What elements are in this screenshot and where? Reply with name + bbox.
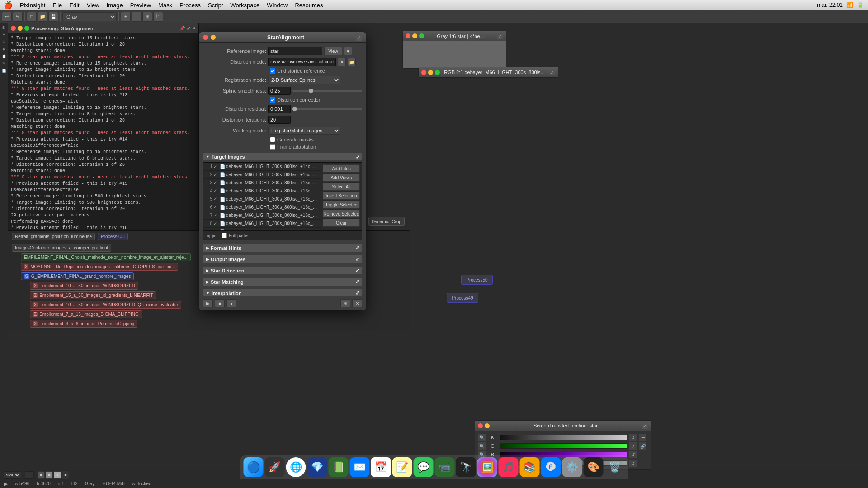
sidebar-icon-5[interactable]: 📋 — [0, 54, 8, 61]
menu-file[interactable]: File — [52, 2, 62, 9]
menu-preview[interactable]: Preview — [130, 2, 151, 9]
workflow-node-sigma-clipping[interactable]: Σ Empilement_7_a_15_images_SIGMA_CLIPPIN… — [30, 310, 142, 318]
menu-edit[interactable]: Edit — [69, 2, 79, 9]
menu-view[interactable]: View — [87, 2, 99, 9]
rgb-win-min[interactable] — [428, 70, 433, 75]
table-row[interactable]: 5 ✓ 📄 debayer_M66_LIGHT_300s_800iso_+16c… — [203, 195, 321, 203]
dock-office[interactable]: 💎 — [307, 457, 327, 477]
sidebar-icon-4[interactable]: ▶ — [0, 47, 8, 53]
sidebar-icon-1[interactable]: ◧ — [0, 25, 8, 32]
dialog-stop-btn[interactable]: ■ — [215, 299, 225, 307]
star-detection-header[interactable]: ▶ Star Detection ⤢ — [203, 267, 362, 274]
format-hints-expand[interactable]: ⤢ — [355, 245, 359, 251]
toolbar-undo[interactable]: ↩ — [2, 12, 12, 22]
undistorted-ref-checkbox[interactable] — [270, 68, 275, 74]
gray-win-expand[interactable]: ⤢ — [497, 33, 503, 39]
dock-colorize[interactable]: 🎨 — [584, 457, 604, 477]
table-row[interactable]: 7 ✓ 📄 debayer_M66_LIGHT_300s_800iso_+16c… — [203, 211, 321, 220]
process50-panel[interactable]: Process50 — [461, 275, 493, 285]
menu-process[interactable]: Process — [179, 2, 201, 9]
distortion-residual-input[interactable] — [268, 105, 291, 113]
table-row[interactable]: 8 ✓ 📄 debayer_M66_LIGHT_300s_800iso_+16c… — [203, 220, 321, 228]
dock-system-prefs[interactable]: ⚙️ — [562, 457, 582, 477]
toolbar-new[interactable]: □ — [27, 12, 37, 22]
distortion-correction-checkbox[interactable] — [270, 97, 275, 103]
stf-link-icon[interactable]: 🔗 — [639, 442, 647, 450]
format-hints-header[interactable]: ▶ Format Hints ⤢ — [203, 244, 362, 252]
dialog-reset-btn[interactable]: ⊞ — [340, 299, 350, 307]
dialog-pause-btn[interactable]: ● — [226, 299, 236, 307]
dock-books[interactable]: 📚 — [520, 457, 540, 477]
dynamic-crop-panel[interactable]: Dynamic_Crop — [368, 217, 405, 226]
stf-min-btn[interactable] — [485, 423, 490, 428]
clear-button[interactable]: Clear — [323, 219, 360, 227]
dock-photos[interactable]: 🖼️ — [477, 457, 497, 477]
workflow-node-pollution[interactable]: Retrait_gradients_pollution_lumineuse — [12, 233, 95, 240]
dock-chrome[interactable]: 🌐 — [286, 457, 306, 477]
table-row[interactable]: 1 ✓ 📄 debayer_M66_LIGHT_300s_800iso_+14c… — [203, 163, 321, 171]
table-row[interactable]: 3 ✓ 📄 debayer_M66_LIGHT_300s_800iso_+15c… — [203, 179, 321, 187]
spline-smoothness-slider[interactable] — [292, 90, 362, 92]
stf-close-btn[interactable] — [478, 423, 483, 428]
stf-l-reset[interactable]: ↺ — [629, 459, 637, 467]
toolbar-zoom-out[interactable]: - — [132, 12, 142, 22]
dock-trash[interactable]: 🗑️ — [605, 457, 625, 477]
dock-pixinsight[interactable]: 🔭 — [456, 457, 476, 477]
menu-image[interactable]: Image — [107, 2, 123, 9]
distortion-mode-input[interactable] — [268, 58, 336, 66]
stf-expand-icon[interactable]: ⤢ — [642, 422, 648, 429]
workflow-node-g-empilement[interactable]: G G_EMPILEMENT_FINAL_grand_nombre_images — [21, 272, 134, 280]
dock-notes[interactable]: 📝 — [392, 457, 412, 477]
rgb-win-close[interactable] — [421, 70, 426, 75]
workflow-node-percentile[interactable]: Σ Empilement_3_a_6_images_PercentileClip… — [30, 320, 137, 328]
bottom-view-select[interactable]: star — [4, 471, 21, 479]
color-mode-select[interactable]: Gray — [62, 12, 117, 21]
toolbar-redo[interactable]: ↪ — [13, 12, 23, 22]
stf-options-icon[interactable]: ☰ — [639, 433, 647, 441]
star-detection-expand[interactable]: ⤢ — [355, 267, 359, 273]
menu-window[interactable]: Window — [267, 2, 288, 9]
generate-masks-checkbox[interactable] — [270, 137, 275, 142]
dialog-save-btn[interactable]: ✕ — [352, 299, 362, 307]
table-row[interactable]: 2 ✓ 📄 debayer_M66_LIGHT_300s_800iso_+15c… — [203, 171, 321, 179]
working-mode-select[interactable]: Register/Match Images — [268, 127, 340, 135]
dialog-close-btn[interactable] — [203, 35, 208, 40]
rgb-win-expand[interactable]: ⤢ — [549, 69, 555, 75]
target-images-expand-icon[interactable]: ⤢ — [356, 155, 359, 160]
status-play-btn[interactable]: ▶ — [4, 481, 8, 487]
toolbar-zoom-fit[interactable]: ⊞ — [142, 12, 152, 22]
workflow-node-noise-eval[interactable]: Σ Empilement_10_a_50_images_WINDSORIZED_… — [30, 301, 181, 309]
sidebar-icon-2[interactable]: ✦ — [0, 33, 8, 39]
dock-mail[interactable]: ✉️ — [350, 457, 370, 477]
process49-panel[interactable]: Process49 — [447, 293, 478, 303]
distortion-iterations-input[interactable] — [268, 116, 291, 124]
apple-menu[interactable]: 🍎 — [4, 1, 13, 9]
console-min-btn[interactable] — [18, 26, 23, 31]
toolbar-zoom-100[interactable]: 1:1 — [153, 12, 163, 22]
invert-selection-button[interactable]: Invert Selection — [323, 192, 360, 200]
menu-workspace[interactable]: Workspace — [230, 2, 259, 9]
reference-image-browse[interactable]: ▼ — [344, 47, 352, 55]
console-pin-icon[interactable]: 📌 — [179, 26, 185, 31]
sidebar-icon-6[interactable]: ✎ — [0, 61, 8, 68]
bottom-input[interactable] — [25, 471, 34, 479]
color-swatch-1[interactable]: ■ — [38, 471, 45, 479]
dock-messages[interactable]: 💬 — [414, 457, 434, 477]
distortion-mode-browse[interactable]: 📁 — [348, 58, 356, 66]
output-images-expand[interactable]: ⤢ — [355, 256, 359, 262]
stf-g-reset[interactable]: ↺ — [629, 442, 637, 450]
full-paths-checkbox[interactable] — [222, 233, 227, 238]
stf-b-reset[interactable]: ↺ — [629, 450, 637, 459]
table-row[interactable]: 6 ✓ 📄 debayer_M66_LIGHT_300s_800iso_+16c… — [203, 203, 321, 211]
toolbar-open[interactable]: 📁 — [38, 12, 47, 22]
dock-music[interactable]: 🎵 — [499, 457, 519, 477]
dock-launchpad[interactable]: 🚀 — [265, 457, 285, 477]
distortion-residual-slider[interactable] — [292, 108, 362, 110]
target-images-header[interactable]: ▼ Target Images ⤢ — [203, 153, 362, 160]
menu-script[interactable]: Script — [208, 2, 223, 9]
gray-win-close[interactable] — [406, 33, 410, 38]
stf-k-reset[interactable]: ↺ — [629, 433, 637, 441]
spline-smoothness-input[interactable] — [268, 87, 291, 95]
add-files-button[interactable]: Add Files — [323, 164, 360, 173]
sidebar-icon-3[interactable]: ⚙ — [0, 40, 8, 46]
